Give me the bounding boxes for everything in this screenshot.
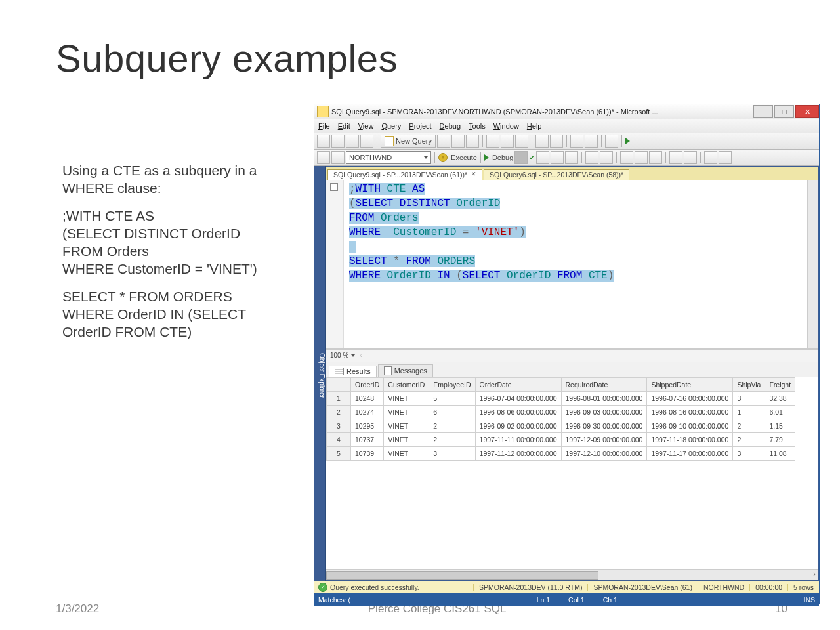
- object-explorer-tab[interactable]: Object Explorer: [314, 166, 326, 581]
- vertical-scrollbar[interactable]: [807, 180, 818, 348]
- undo-icon[interactable]: [536, 135, 549, 148]
- grid-icon: [335, 368, 344, 375]
- table-row[interactable]: 110248VINET51996-07-04 00:00:00.0001996-…: [327, 392, 795, 406]
- opt-icon-5[interactable]: [649, 151, 662, 164]
- new-query-button[interactable]: New Query: [381, 135, 436, 148]
- cut-icon[interactable]: [486, 135, 499, 148]
- body-intro: Using a CTE as a subquery in a WHERE cla…: [62, 161, 292, 198]
- results-text-icon[interactable]: [565, 151, 578, 164]
- outdent-icon[interactable]: [684, 151, 697, 164]
- opt-icon-4[interactable]: [635, 151, 648, 164]
- col-customerid[interactable]: CustomerID: [384, 378, 429, 392]
- db-icon[interactable]: [437, 135, 450, 148]
- stop-icon[interactable]: [514, 151, 528, 164]
- ssms-window: SQLQuery9.sql - SPMORAN-2013DEV.NORTHWND…: [314, 104, 820, 604]
- col-shipvia[interactable]: ShipVia: [733, 378, 765, 392]
- chevron-down-icon: [424, 156, 428, 159]
- tab-inactive[interactable]: SQLQuery6.sql - SP...2013DEV\Sean (58))*: [484, 169, 629, 180]
- open-icon[interactable]: [331, 135, 345, 148]
- misc-icon-1[interactable]: [570, 135, 583, 148]
- results-grid-icon[interactable]: [551, 151, 564, 164]
- col-freight[interactable]: Freight: [765, 378, 795, 392]
- toolbar-sql: NORTHWND ! Execute Debug ✔: [314, 150, 819, 166]
- tab-messages[interactable]: Messages: [378, 364, 433, 377]
- status-user: SPMORAN-2013DEV\Sean (61): [587, 584, 698, 591]
- db-icon-3[interactable]: [466, 135, 479, 148]
- window-title: SQLQuery9.sql - SPMORAN-2013DEV.NORTHWND…: [331, 108, 752, 116]
- table-row[interactable]: 410737VINET21997-11-11 00:00:00.0001997-…: [327, 433, 795, 447]
- misc-icon-2[interactable]: [585, 135, 598, 148]
- menu-file[interactable]: File: [318, 123, 330, 130]
- zoom-value[interactable]: 100 %: [330, 352, 348, 359]
- close-tab-icon[interactable]: ✕: [471, 171, 476, 177]
- status-db: NORTHWND: [698, 584, 749, 591]
- scroll-thumb[interactable]: [326, 571, 598, 580]
- change-connection-icon[interactable]: [331, 151, 345, 164]
- opt-icon-1[interactable]: [585, 151, 598, 164]
- plan-icon[interactable]: [536, 151, 549, 164]
- save-icon[interactable]: [346, 135, 359, 148]
- save-all-icon[interactable]: [360, 135, 373, 148]
- menubar[interactable]: File Edit View Query Project Debug Tools…: [314, 119, 819, 133]
- zoom-bar: 100 % ‹: [326, 349, 818, 362]
- page-icon: [384, 366, 392, 375]
- menu-debug[interactable]: Debug: [440, 123, 461, 130]
- parse-check-icon[interactable]: ✔: [529, 154, 535, 161]
- status-ln: Ln 1: [537, 597, 550, 604]
- debug-play-icon[interactable]: [484, 154, 489, 161]
- success-icon: ✓: [318, 583, 327, 592]
- col-employeeid[interactable]: EmployeeID: [429, 378, 475, 392]
- database-selector[interactable]: NORTHWND: [346, 151, 431, 164]
- start-icon[interactable]: [625, 138, 630, 144]
- tab-active[interactable]: SQLQuery9.sql - SP...2013DEV\Sean (61))*…: [327, 169, 482, 180]
- results-grid[interactable]: OrderIDCustomerIDEmployeeIDOrderDateRequ…: [326, 377, 818, 569]
- execute-button[interactable]: Execute: [449, 154, 477, 161]
- table-row[interactable]: 510739VINET31997-11-12 00:00:00.0001997-…: [327, 447, 795, 461]
- paste-icon[interactable]: [515, 135, 528, 148]
- menu-help[interactable]: Help: [527, 123, 542, 130]
- status-ins: INS: [803, 597, 815, 604]
- uncomment-icon[interactable]: [719, 151, 732, 164]
- menu-tools[interactable]: Tools: [469, 123, 486, 130]
- slide-title: Subquery examples: [56, 36, 398, 80]
- col-orderid[interactable]: OrderID: [351, 378, 384, 392]
- table-row[interactable]: 210274VINET61996-08-06 00:00:00.0001996-…: [327, 406, 795, 419]
- copy-icon[interactable]: [501, 135, 514, 148]
- db-icon-2[interactable]: [452, 135, 465, 148]
- misc-icon-3[interactable]: [605, 135, 618, 148]
- close-button[interactable]: ✕: [795, 105, 819, 118]
- status-col: Col 1: [568, 597, 585, 604]
- app-icon: [317, 106, 329, 117]
- execute-icon[interactable]: !: [438, 153, 448, 162]
- debug-button[interactable]: Debug: [490, 154, 514, 161]
- tab-results[interactable]: Results: [329, 366, 377, 377]
- connect-icon[interactable]: [317, 151, 330, 164]
- col-requireddate[interactable]: RequiredDate: [561, 378, 647, 392]
- sql-editor[interactable]: − ;WITH CTE AS(SELECT DISTINCT OrderIDFR…: [326, 180, 818, 349]
- opt-icon-3[interactable]: [620, 151, 633, 164]
- col-shippeddate[interactable]: ShippedDate: [647, 378, 733, 392]
- menu-window[interactable]: Window: [494, 123, 519, 130]
- new-project-icon[interactable]: [317, 135, 330, 148]
- table-row[interactable]: 310295VINET21996-09-02 00:00:00.0001996-…: [327, 419, 795, 433]
- status-server: SPMORAN-2013DEV (11.0 RTM): [473, 584, 587, 591]
- comment-icon[interactable]: [704, 151, 717, 164]
- menu-query[interactable]: Query: [381, 123, 401, 130]
- opt-icon-2[interactable]: [600, 151, 613, 164]
- maximize-button[interactable]: □: [774, 105, 794, 118]
- collapse-icon[interactable]: −: [330, 183, 338, 191]
- code-area[interactable]: ;WITH CTE AS(SELECT DISTINCT OrderIDFROM…: [344, 180, 807, 348]
- menu-view[interactable]: View: [358, 123, 374, 130]
- menu-project[interactable]: Project: [409, 123, 431, 130]
- indent-icon[interactable]: [669, 151, 682, 164]
- slide-body: Using a CTE as a subquery in a WHERE cla…: [62, 161, 292, 350]
- status-ch: Ch 1: [603, 597, 618, 604]
- redo-icon[interactable]: [550, 135, 563, 148]
- col-orderdate[interactable]: OrderDate: [475, 378, 561, 392]
- window-titlebar[interactable]: SQLQuery9.sql - SPMORAN-2013DEV.NORTHWND…: [314, 104, 819, 119]
- chevron-down-icon[interactable]: [351, 354, 355, 357]
- status-time: 00:00:00: [749, 584, 788, 591]
- menu-edit[interactable]: Edit: [338, 123, 350, 130]
- horizontal-scrollbar[interactable]: ‹ ›: [326, 569, 818, 580]
- minimize-button[interactable]: ─: [753, 105, 773, 118]
